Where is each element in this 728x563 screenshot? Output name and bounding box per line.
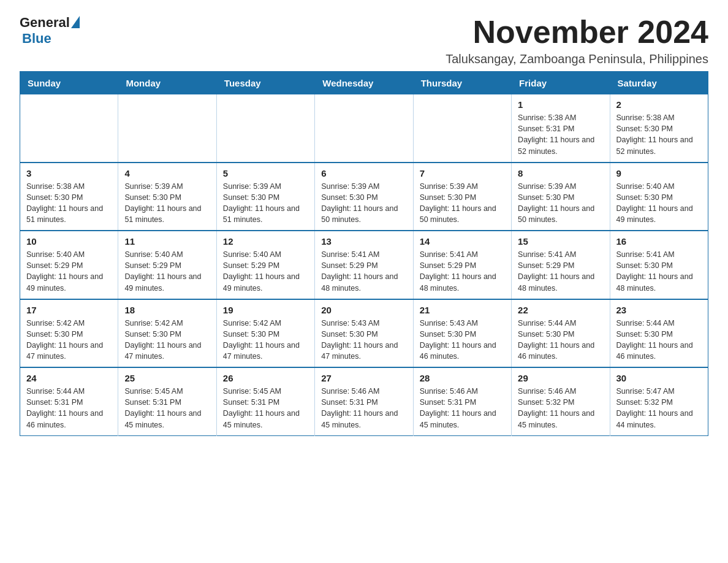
table-row: 23Sunrise: 5:44 AMSunset: 5:30 PMDayligh… (610, 299, 708, 368)
table-row (315, 94, 413, 163)
day-info: Sunrise: 5:42 AMSunset: 5:30 PMDaylight:… (223, 318, 308, 362)
day-number: 12 (223, 236, 308, 247)
day-number: 21 (420, 305, 505, 315)
table-row (216, 94, 314, 163)
table-row: 18Sunrise: 5:42 AMSunset: 5:30 PMDayligh… (118, 299, 216, 368)
day-number: 19 (223, 305, 308, 315)
calendar-week-row: 24Sunrise: 5:44 AMSunset: 5:31 PMDayligh… (20, 367, 708, 435)
table-row (413, 94, 511, 163)
day-info: Sunrise: 5:46 AMSunset: 5:31 PMDaylight:… (321, 386, 406, 431)
header-saturday: Saturday (610, 72, 708, 95)
calendar-week-row: 3Sunrise: 5:38 AMSunset: 5:30 PMDaylight… (20, 163, 708, 231)
title-block: November 2024 Taluksangay, Zamboanga Pen… (446, 15, 708, 66)
header-thursday: Thursday (413, 72, 511, 95)
weekday-header-row: Sunday Monday Tuesday Wednesday Thursday… (20, 72, 708, 95)
day-info: Sunrise: 5:40 AMSunset: 5:30 PMDaylight:… (616, 181, 702, 226)
day-number: 6 (321, 168, 406, 178)
day-info: Sunrise: 5:45 AMSunset: 5:31 PMDaylight:… (124, 386, 210, 431)
day-info: Sunrise: 5:38 AMSunset: 5:30 PMDaylight:… (26, 181, 112, 226)
logo: General Blue (20, 15, 80, 47)
table-row: 25Sunrise: 5:45 AMSunset: 5:31 PMDayligh… (118, 367, 216, 435)
table-row: 8Sunrise: 5:39 AMSunset: 5:30 PMDaylight… (512, 163, 610, 231)
table-row: 5Sunrise: 5:39 AMSunset: 5:30 PMDaylight… (216, 163, 314, 231)
day-info: Sunrise: 5:44 AMSunset: 5:30 PMDaylight:… (518, 318, 603, 362)
table-row: 3Sunrise: 5:38 AMSunset: 5:30 PMDaylight… (20, 163, 118, 231)
table-row: 30Sunrise: 5:47 AMSunset: 5:32 PMDayligh… (610, 367, 708, 435)
day-number: 10 (26, 236, 112, 247)
day-number: 23 (616, 305, 702, 315)
day-number: 1 (518, 99, 603, 110)
table-row: 26Sunrise: 5:45 AMSunset: 5:31 PMDayligh… (216, 367, 314, 435)
day-info: Sunrise: 5:39 AMSunset: 5:30 PMDaylight:… (420, 181, 505, 226)
day-info: Sunrise: 5:44 AMSunset: 5:30 PMDaylight:… (616, 318, 702, 362)
table-row: 15Sunrise: 5:41 AMSunset: 5:29 PMDayligh… (512, 231, 610, 299)
day-info: Sunrise: 5:44 AMSunset: 5:31 PMDaylight:… (26, 386, 112, 431)
table-row: 7Sunrise: 5:39 AMSunset: 5:30 PMDaylight… (413, 163, 511, 231)
table-row: 12Sunrise: 5:40 AMSunset: 5:29 PMDayligh… (216, 231, 314, 299)
day-info: Sunrise: 5:38 AMSunset: 5:30 PMDaylight:… (616, 112, 702, 157)
day-number: 20 (321, 305, 406, 315)
day-info: Sunrise: 5:40 AMSunset: 5:29 PMDaylight:… (124, 249, 210, 294)
header-tuesday: Tuesday (216, 72, 314, 95)
calendar-week-row: 17Sunrise: 5:42 AMSunset: 5:30 PMDayligh… (20, 299, 708, 368)
day-info: Sunrise: 5:46 AMSunset: 5:32 PMDaylight:… (518, 386, 603, 431)
header-sunday: Sunday (20, 72, 118, 95)
day-number: 13 (321, 236, 406, 247)
day-number: 11 (124, 236, 210, 247)
day-number: 8 (518, 168, 603, 178)
table-row: 10Sunrise: 5:40 AMSunset: 5:29 PMDayligh… (20, 231, 118, 299)
day-info: Sunrise: 5:41 AMSunset: 5:30 PMDaylight:… (616, 249, 702, 294)
header-friday: Friday (512, 72, 610, 95)
table-row: 1Sunrise: 5:38 AMSunset: 5:31 PMDaylight… (512, 94, 610, 163)
day-number: 29 (518, 373, 603, 383)
day-number: 5 (223, 168, 308, 178)
day-number: 7 (420, 168, 505, 178)
day-number: 24 (26, 373, 112, 383)
day-number: 28 (420, 373, 505, 383)
logo-triangle-icon (71, 16, 80, 28)
table-row: 24Sunrise: 5:44 AMSunset: 5:31 PMDayligh… (20, 367, 118, 435)
table-row: 2Sunrise: 5:38 AMSunset: 5:30 PMDaylight… (610, 94, 708, 163)
day-info: Sunrise: 5:40 AMSunset: 5:29 PMDaylight:… (223, 249, 308, 294)
day-number: 22 (518, 305, 603, 315)
table-row: 20Sunrise: 5:43 AMSunset: 5:30 PMDayligh… (315, 299, 413, 368)
header-monday: Monday (118, 72, 216, 95)
day-number: 26 (223, 373, 308, 383)
table-row: 4Sunrise: 5:39 AMSunset: 5:30 PMDaylight… (118, 163, 216, 231)
table-row (20, 94, 118, 163)
table-row: 11Sunrise: 5:40 AMSunset: 5:29 PMDayligh… (118, 231, 216, 299)
table-row: 13Sunrise: 5:41 AMSunset: 5:29 PMDayligh… (315, 231, 413, 299)
table-row: 22Sunrise: 5:44 AMSunset: 5:30 PMDayligh… (512, 299, 610, 368)
day-number: 15 (518, 236, 603, 247)
day-info: Sunrise: 5:46 AMSunset: 5:31 PMDaylight:… (420, 386, 505, 431)
day-info: Sunrise: 5:42 AMSunset: 5:30 PMDaylight:… (124, 318, 210, 362)
day-number: 4 (124, 168, 210, 178)
calendar-table: Sunday Monday Tuesday Wednesday Thursday… (20, 71, 708, 436)
table-row (118, 94, 216, 163)
day-info: Sunrise: 5:39 AMSunset: 5:30 PMDaylight:… (223, 181, 308, 226)
table-row: 9Sunrise: 5:40 AMSunset: 5:30 PMDaylight… (610, 163, 708, 231)
day-number: 16 (616, 236, 702, 247)
month-title: November 2024 (446, 15, 708, 50)
calendar-week-row: 1Sunrise: 5:38 AMSunset: 5:31 PMDaylight… (20, 94, 708, 163)
day-number: 18 (124, 305, 210, 315)
day-info: Sunrise: 5:39 AMSunset: 5:30 PMDaylight:… (321, 181, 406, 226)
logo-text-blue: Blue (22, 31, 51, 47)
logo-text-general: General (20, 15, 70, 31)
day-number: 14 (420, 236, 505, 247)
day-info: Sunrise: 5:41 AMSunset: 5:29 PMDaylight:… (321, 249, 406, 294)
table-row: 21Sunrise: 5:43 AMSunset: 5:30 PMDayligh… (413, 299, 511, 368)
day-info: Sunrise: 5:42 AMSunset: 5:30 PMDaylight:… (26, 318, 112, 362)
header-wednesday: Wednesday (315, 72, 413, 95)
day-info: Sunrise: 5:43 AMSunset: 5:30 PMDaylight:… (420, 318, 505, 362)
calendar-week-row: 10Sunrise: 5:40 AMSunset: 5:29 PMDayligh… (20, 231, 708, 299)
table-row: 19Sunrise: 5:42 AMSunset: 5:30 PMDayligh… (216, 299, 314, 368)
day-number: 27 (321, 373, 406, 383)
table-row: 17Sunrise: 5:42 AMSunset: 5:30 PMDayligh… (20, 299, 118, 368)
day-number: 17 (26, 305, 112, 315)
day-number: 3 (26, 168, 112, 178)
day-number: 9 (616, 168, 702, 178)
day-info: Sunrise: 5:40 AMSunset: 5:29 PMDaylight:… (26, 249, 112, 294)
day-info: Sunrise: 5:39 AMSunset: 5:30 PMDaylight:… (124, 181, 210, 226)
day-info: Sunrise: 5:47 AMSunset: 5:32 PMDaylight:… (616, 386, 702, 431)
